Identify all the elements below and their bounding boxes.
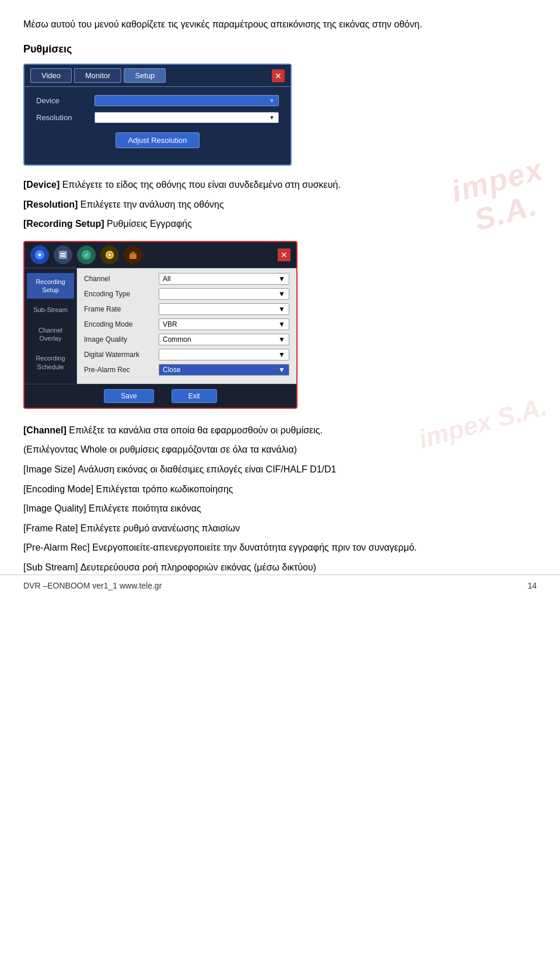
resolution-field-row: Resolution ▼: [36, 112, 279, 123]
device-label-text: [Device]: [23, 180, 60, 190]
rec-icon-4: [100, 246, 119, 264]
rec-icon-5: [124, 246, 142, 264]
digital-watermark-dropdown[interactable]: ▼: [159, 349, 289, 360]
para7-text: [Sub Stream] Δευτερεύουσα ροή πληροφοριώ…: [23, 560, 537, 575]
adjust-resolution-button[interactable]: Adjust Resolution: [116, 132, 199, 148]
tab-monitor[interactable]: Monitor: [74, 68, 121, 83]
rec-icon-2: [54, 246, 72, 264]
encoding-type-dropdown[interactable]: ▼: [159, 288, 289, 300]
image-quality-dropdown[interactable]: Common ▼: [159, 334, 289, 345]
resolution-label: Resolution: [36, 113, 89, 122]
channel-value: All: [163, 275, 170, 283]
pre-alarm-rec-value: Close: [163, 366, 181, 374]
save-button[interactable]: Save: [104, 389, 153, 403]
rec-sidebar: RecordingSetup Sub-Stream ChannelOverlay…: [24, 268, 77, 384]
image-quality-label: Image Quality: [84, 335, 154, 344]
post-dialog-text: [Channel] Επιλέξτε τα κανάλια στα οποία …: [23, 423, 537, 575]
encoding-mode-label: Encoding Mode: [84, 320, 154, 328]
svg-rect-8: [130, 254, 136, 259]
para5-text: [Frame Rate] Επιλέγετε ρυθμό ανανέωσης π…: [23, 521, 537, 536]
frame-rate-field-row: Frame Rate ▼: [84, 303, 289, 315]
channel-field-row: Channel All ▼: [84, 273, 289, 285]
device-field-row: Device ▼: [36, 95, 279, 106]
encoding-type-label: Encoding Type: [84, 290, 154, 298]
recording-setup-label-text: [Recording Setup]: [23, 219, 104, 229]
sidebar-item-recording-setup[interactable]: RecordingSetup: [27, 273, 74, 299]
device-dropdown[interactable]: ▼: [94, 95, 279, 106]
svg-text:✓: ✓: [84, 252, 89, 258]
encoding-mode-value: VBR: [163, 320, 177, 328]
pre-alarm-rec-label: Pre-Alarm Rec: [84, 366, 154, 374]
channel-arrow: ▼: [278, 275, 285, 283]
para2-text: [Image Size] Ανάλυση εικόνας οι διαθέσιμ…: [23, 462, 537, 477]
digital-watermark-arrow: ▼: [278, 351, 285, 359]
dialog-close-button[interactable]: ✕: [272, 69, 285, 82]
svg-point-7: [108, 254, 111, 256]
video-dialog: Video Monitor Setup ✕ Device ▼ Resolutio…: [23, 64, 292, 166]
pre-alarm-rec-field-row: Pre-Alarm Rec Close ▼: [84, 364, 289, 376]
svg-rect-3: [61, 255, 65, 257]
exit-button[interactable]: Exit: [172, 389, 217, 403]
encoding-mode-arrow: ▼: [278, 320, 285, 328]
digital-watermark-label: Digital Watermark: [84, 351, 154, 359]
para1-text: (Επιλέγοντας Whole οι ρυθμίσεις εφαρμόζο…: [23, 442, 537, 457]
tab-video[interactable]: Video: [30, 68, 72, 83]
rec-titlebar-icons: ✓: [30, 246, 142, 264]
device-dropdown-arrow: ▼: [269, 97, 275, 104]
pre-alarm-rec-dropdown[interactable]: Close ▼: [159, 364, 289, 376]
intro-text: Μέσω αυτού του μενού καθορίζετε τις γενι…: [23, 17, 537, 31]
image-quality-value: Common: [163, 335, 191, 344]
para4-text: [Image Quality] Επιλέγετε ποιότητα εικόν…: [23, 501, 537, 516]
encoding-type-arrow: ▼: [278, 290, 285, 298]
footer-right: 14: [527, 581, 537, 590]
footer-left: DVR –EONBOOM ver1_1 www.tele.gr: [23, 581, 162, 590]
svg-rect-1: [59, 251, 67, 259]
dialog-body: Device ▼ Resolution ▼ Adjust Resolution: [24, 87, 290, 156]
rec-main: Channel All ▼ Encoding Type ▼ Frame Rate: [77, 268, 296, 384]
channel-desc-text: Επιλέξτε τα κανάλια στα οποία θα εφαρμοσ…: [66, 425, 323, 435]
frame-rate-arrow: ▼: [278, 305, 285, 313]
channel-label-text: [Channel]: [23, 425, 66, 435]
encoding-mode-field-row: Encoding Mode VBR ▼: [84, 318, 289, 330]
para3-text: [Encoding Mode] Επιλέγεται τρόπο κωδικοπ…: [23, 482, 537, 497]
resolution-dropdown-arrow: ▼: [269, 114, 275, 121]
sidebar-item-channel-overlay[interactable]: ChannelOverlay: [27, 321, 74, 348]
image-quality-arrow: ▼: [278, 335, 285, 344]
encoding-mode-dropdown[interactable]: VBR ▼: [159, 318, 289, 330]
rec-icon-1: [30, 246, 49, 264]
sidebar-item-sub-stream[interactable]: Sub-Stream: [27, 301, 74, 318]
para6-text: [Pre-Alarm Rec] Ενεργοποιείτε-απενεργοπο…: [23, 540, 537, 555]
rec-footer: Save Exit: [24, 384, 296, 408]
tab-setup[interactable]: Setup: [124, 68, 166, 83]
channel-dropdown[interactable]: All ▼: [159, 273, 289, 285]
rec-content: RecordingSetup Sub-Stream ChannelOverlay…: [24, 268, 296, 384]
recording-setup-desc-text: Ρυθμίσεις Εγγραφής: [104, 219, 192, 229]
device-desc-text: Επιλέγετε το είδος της οθόνης που είναι …: [60, 180, 341, 190]
dialog-titlebar: Video Monitor Setup ✕: [24, 65, 290, 87]
channel-field-label: Channel: [84, 275, 154, 283]
recording-setup-dialog: ✓ ✕ RecordingSetup Sub-Stream ChannelOve…: [23, 241, 298, 409]
resolution-desc-text: Επιλέγετε την ανάλυση της οθόνης: [78, 199, 223, 209]
page-footer: DVR –EONBOOM ver1_1 www.tele.gr 14: [0, 575, 560, 590]
rec-close-button[interactable]: ✕: [278, 248, 290, 261]
frame-rate-label: Frame Rate: [84, 305, 154, 313]
pre-alarm-rec-arrow: ▼: [278, 366, 285, 374]
resolution-dropdown[interactable]: ▼: [94, 112, 279, 123]
resolution-label-text: [Resolution]: [23, 199, 78, 209]
section-title: Ρυθμίσεις: [23, 43, 537, 55]
device-label: Device: [36, 96, 89, 105]
frame-rate-dropdown[interactable]: ▼: [159, 303, 289, 315]
encoding-type-field-row: Encoding Type ▼: [84, 288, 289, 300]
rec-titlebar: ✓ ✕: [24, 242, 296, 268]
rec-icon-3: ✓: [77, 246, 96, 264]
image-quality-field-row: Image Quality Common ▼: [84, 334, 289, 345]
svg-rect-2: [61, 253, 65, 254]
digital-watermark-field-row: Digital Watermark ▼: [84, 349, 289, 360]
device-description: [Device] Επιλέγετε το είδος της οθόνης π…: [23, 177, 537, 232]
sidebar-item-recording-schedule[interactable]: RecordingSchedule: [27, 349, 74, 376]
